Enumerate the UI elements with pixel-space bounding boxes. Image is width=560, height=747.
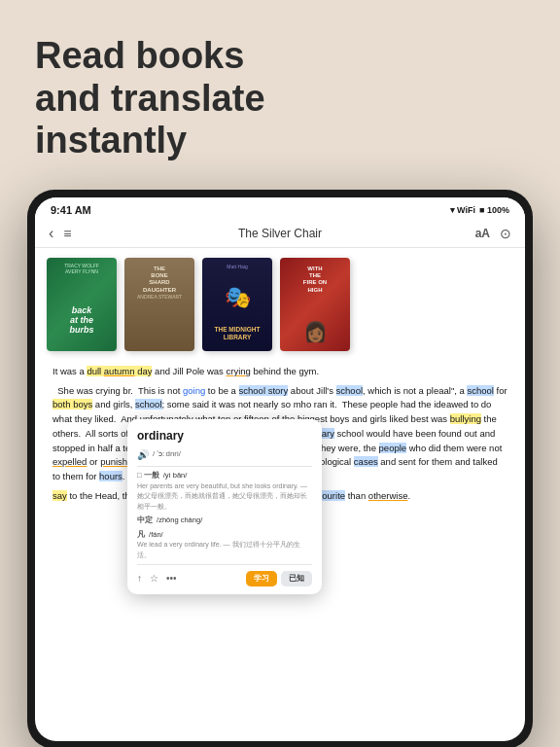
highlight-say: say xyxy=(52,490,67,501)
book-authors-1: TRACY WOLFFAVERY FLYNN xyxy=(50,263,114,274)
book-title-3: THE MIDNIGHTLIBRARY xyxy=(205,326,269,341)
reading-content[interactable]: It was a dull autumn day and Jill Pole w… xyxy=(35,359,525,741)
bookmark-icon[interactable]: ☆ xyxy=(150,571,158,587)
dict-entry-1: □ 一般 /yì bān/ Her parents are very beaut… xyxy=(137,471,312,512)
highlight-crying: crying xyxy=(227,366,251,376)
dict-pinyin-3: /fán/ xyxy=(149,530,163,539)
dict-word: ordinary xyxy=(137,427,312,445)
book-author-3: Matt Haig xyxy=(205,264,269,269)
dict-phonetic: / ˈɔːdnri/ xyxy=(153,448,181,460)
hero-title: Read books and translate instantly xyxy=(35,35,525,162)
book-title-2: THEBONESHARDDAUGHTERANDREA STEWART xyxy=(128,266,191,301)
status-time: 9:41 AM xyxy=(51,204,91,216)
nav-left: ‹ ≡ xyxy=(49,225,72,242)
dict-lang-3: 凡 xyxy=(137,530,145,539)
nav-bar: ‹ ≡ The Silver Chair aA ⊙ xyxy=(35,219,525,248)
dict-buttons: 学习 已知 xyxy=(246,571,312,587)
dict-action-icons: ↑ ☆ ••• xyxy=(137,571,177,587)
more-icon[interactable]: ••• xyxy=(166,571,177,587)
highlight-hours: hours xyxy=(99,471,122,481)
tablet-screen: 9:41 AM ▾ WiFi ■ 100% ‹ ≡ The Silver Cha… xyxy=(35,197,525,741)
paragraph-1: It was a dull autumn day and Jill Pole w… xyxy=(52,365,508,379)
text-cont2: ho ran xyxy=(301,399,328,409)
dict-example-3: We lead a very ordinary life. — 我们过得十分平凡… xyxy=(137,541,300,558)
highlight-people: people xyxy=(379,443,407,453)
highlight-dull: dull autumn day xyxy=(87,366,152,376)
speaker-icon[interactable]: 🔊 xyxy=(137,447,149,463)
learn-button[interactable]: 学习 xyxy=(246,571,277,587)
text-cont: al", a xyxy=(443,385,467,396)
dict-pronunciation: 🔊 / ˈɔːdnri/ xyxy=(137,447,312,463)
book-title: The Silver Chair xyxy=(238,227,322,240)
word-otherwise: otherwise xyxy=(368,490,408,501)
status-icons: ▾ WiFi ■ 100% xyxy=(450,205,509,215)
highlight-bullying: bullying xyxy=(450,413,481,424)
book-shelf: TRACY WOLFFAVERY FLYNN backat theburbs T… xyxy=(35,248,525,359)
share-icon[interactable]: ↑ xyxy=(137,571,142,587)
battery-icon: ■ 100% xyxy=(479,205,509,215)
tablet-device: 9:41 AM ▾ WiFi ■ 100% ‹ ≡ The Silver Cha… xyxy=(27,190,533,747)
status-bar: 9:41 AM ▾ WiFi ■ 100% xyxy=(35,197,525,219)
dict-entry-2: 中定 /zhōng cháng/ xyxy=(137,516,312,526)
word-expelled: expelled xyxy=(52,456,87,467)
highlight-cases: cases xyxy=(354,456,378,467)
highlight-school: school xyxy=(336,385,363,396)
book-cover-4[interactable]: WITHTHEFIRE ONHIGH 👩🏾 xyxy=(280,258,350,351)
tablet-frame: 9:41 AM ▾ WiFi ■ 100% ‹ ≡ The Silver Cha… xyxy=(27,190,533,747)
highlight-school-story: school story xyxy=(239,385,289,396)
nav-right: aA ⊙ xyxy=(475,226,511,241)
hero-section: Read books and translate instantly xyxy=(0,0,560,182)
wifi-icon: ▾ WiFi xyxy=(450,205,475,215)
book-cover-2[interactable]: THEBONESHARDDAUGHTERANDREA STEWART xyxy=(124,258,194,351)
book-cover-1[interactable]: TRACY WOLFFAVERY FLYNN backat theburbs xyxy=(47,258,117,351)
dict-lang-2: 中定 xyxy=(137,516,153,524)
dict-pinyin-2: /zhōng cháng/ xyxy=(157,516,202,524)
dict-divider-2 xyxy=(137,564,312,565)
back-button[interactable]: ‹ xyxy=(49,225,53,242)
settings-icon[interactable]: ⊙ xyxy=(500,226,511,241)
book-title-1: backat theburbs xyxy=(51,306,113,336)
book-cover-3[interactable]: Matt Haig 🎭 THE MIDNIGHTLIBRARY xyxy=(202,258,272,351)
highlight-both: both boys xyxy=(52,399,92,409)
word-going: going xyxy=(183,385,205,396)
dictionary-popup: ordinary 🔊 / ˈɔːdnri/ □ 一般 /yì bān/ Her … xyxy=(127,419,322,594)
highlight-school2: school xyxy=(467,385,493,396)
highlight-school3: school xyxy=(135,399,161,409)
know-button[interactable]: 已知 xyxy=(281,571,312,587)
dict-entry-3: 凡 /fán/ We lead a very ordinary life. — … xyxy=(137,530,312,561)
dict-actions: ↑ ☆ ••• 学习 已知 xyxy=(137,571,312,587)
dict-example-1: Her parents are very beautiful, but she … xyxy=(137,482,307,510)
dict-pinyin-1: /yì bān/ xyxy=(163,471,188,480)
menu-button[interactable]: ≡ xyxy=(63,226,71,241)
font-size-button[interactable]: aA xyxy=(475,227,490,240)
dict-lang-1: □ 一般 xyxy=(137,471,159,480)
dict-divider xyxy=(137,466,312,467)
book-title-4: WITHTHEFIRE ONHIGH xyxy=(284,266,346,294)
